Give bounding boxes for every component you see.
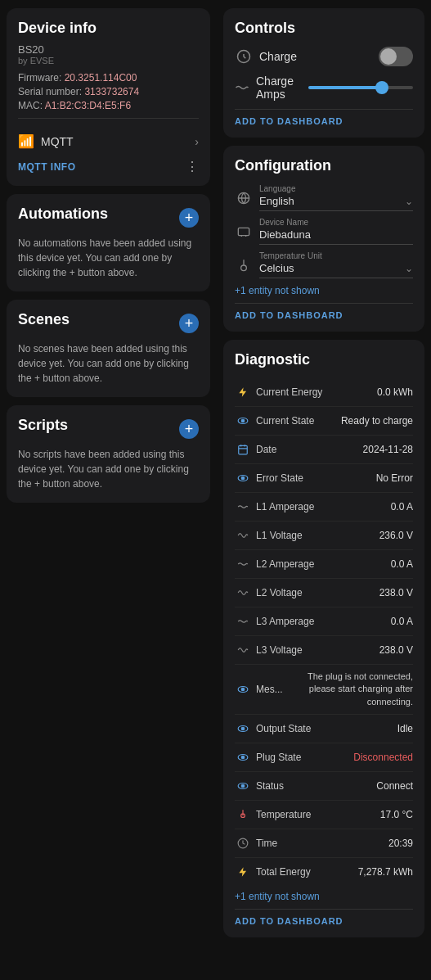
language-value: English xyxy=(259,195,294,207)
diagnostic-row: Current Energy0.0 kWh xyxy=(235,378,413,407)
charge-icon xyxy=(235,47,253,65)
diag-label: Error State xyxy=(256,472,371,484)
diag-value: 2024-11-28 xyxy=(363,444,413,455)
device-name-value: Diebaduna xyxy=(259,228,311,241)
serial-label: Serial number: xyxy=(18,86,82,97)
diagnostic-row: Error StateNo Error xyxy=(235,464,413,493)
device-by: by EVSE xyxy=(18,56,199,65)
therm-icon xyxy=(235,806,251,823)
diagnostic-row: L2 Amperage0.0 A xyxy=(235,550,413,579)
add-scene-button[interactable]: + xyxy=(179,314,199,333)
language-chevron-icon: ⌄ xyxy=(405,196,413,207)
mqtt-label-text: MQTT xyxy=(41,135,74,148)
charge-amps-left: Charge Amps xyxy=(235,75,308,101)
eye-icon xyxy=(235,778,251,794)
bolt-icon xyxy=(235,864,251,880)
wave2-icon xyxy=(235,585,251,601)
diag-value: 236.0 V xyxy=(379,530,413,541)
calendar-icon xyxy=(235,441,251,458)
automations-empty-text: No automations have been added using thi… xyxy=(18,236,199,280)
diagnostic-row: Output StateIdle xyxy=(235,715,413,743)
right-column: Controls Charge xyxy=(217,0,431,946)
wave2-icon xyxy=(235,527,251,544)
mac-label: MAC: xyxy=(18,100,43,111)
svg-point-13 xyxy=(241,756,245,759)
wave-icon xyxy=(235,556,251,572)
scripts-title: Scripts xyxy=(18,417,68,434)
diagnostic-title: Diagnostic xyxy=(235,351,413,368)
charge-toggle[interactable] xyxy=(379,47,413,66)
diag-value: Connect xyxy=(376,780,413,792)
diag-value: 7,278.7 kWh xyxy=(358,866,413,878)
wave2-icon xyxy=(235,642,251,658)
diag-value: 17.0 °C xyxy=(380,809,413,820)
device-name-field[interactable]: Device Name Diebaduna xyxy=(259,218,413,245)
eye-icon xyxy=(235,470,251,486)
diag-label: L2 Amperage xyxy=(256,558,386,570)
controls-add-dashboard-button[interactable]: ADD TO DASHBOARD xyxy=(235,116,413,126)
firmware-value: 20.3251.114C00 xyxy=(65,72,137,84)
diagnostic-row: Temperature17.0 °C xyxy=(235,801,413,829)
eye-icon xyxy=(235,413,251,429)
eye-icon xyxy=(235,681,251,698)
temp-unit-field[interactable]: Temperature Unit Celcius ⌄ xyxy=(259,251,413,278)
controls-divider xyxy=(235,109,413,110)
diag-label: Status xyxy=(256,780,371,792)
diagnostic-row: L1 Amperage0.0 A xyxy=(235,493,413,522)
device-model: BS20 xyxy=(18,43,199,56)
diag-label: L1 Voltage xyxy=(256,530,375,541)
diagnostic-row: Total Energy7,278.7 kWh xyxy=(235,858,413,886)
config-divider xyxy=(235,303,413,304)
diagnostic-divider xyxy=(235,909,413,910)
language-field[interactable]: Language English ⌄ xyxy=(259,184,413,211)
config-entity-not-shown[interactable]: +1 entity not shown xyxy=(235,285,413,296)
diag-value: The plug is not connected, please start … xyxy=(307,671,413,708)
svg-point-4 xyxy=(241,419,245,422)
diagnostic-row: L2 Voltage238.0 V xyxy=(235,579,413,607)
diag-value: Disconnected xyxy=(353,752,413,763)
bolt-icon xyxy=(235,384,251,400)
eye-icon xyxy=(235,749,251,765)
diag-value: 238.0 V xyxy=(379,587,413,598)
charge-label: Charge xyxy=(259,50,297,63)
diag-value: 20:39 xyxy=(388,838,413,849)
charge-amps-slider[interactable] xyxy=(308,86,413,89)
diagnostic-entity-not-shown[interactable]: +1 entity not shown xyxy=(235,891,413,902)
diagnostic-add-dashboard-button[interactable]: ADD TO DASHBOARD xyxy=(235,916,413,926)
scripts-empty-text: No scripts have been added using this de… xyxy=(18,447,199,491)
temp-unit-value: Celcius xyxy=(259,262,294,274)
wave-icon xyxy=(235,613,251,630)
diagnostic-row: L3 Voltage238.0 V xyxy=(235,636,413,665)
chevron-right-icon: › xyxy=(195,135,199,148)
svg-point-11 xyxy=(241,727,245,730)
config-add-dashboard-button[interactable]: ADD TO DASHBOARD xyxy=(235,310,413,320)
controls-card: Controls Charge xyxy=(223,8,424,138)
diagnostic-row: L3 Amperage0.0 A xyxy=(235,607,413,636)
charge-control-row: Charge xyxy=(235,47,413,66)
device-name-field-label: Device Name xyxy=(259,218,413,227)
diag-label: Plug State xyxy=(256,752,348,763)
automations-title: Automations xyxy=(18,205,108,223)
wave-icon xyxy=(235,499,251,515)
add-script-button[interactable]: + xyxy=(179,419,199,439)
serial-row: Serial number: 3133732674 xyxy=(18,86,199,97)
divider-mqtt xyxy=(18,118,199,119)
device-info-title: Device info xyxy=(18,20,199,37)
temp-unit-icon xyxy=(235,256,253,274)
mqtt-row[interactable]: 📶 MQTT › xyxy=(18,127,199,156)
device-name-icon xyxy=(235,223,253,241)
charge-amps-icon xyxy=(235,79,249,97)
diagnostic-row: L1 Voltage236.0 V xyxy=(235,522,413,550)
diag-label: L3 Voltage xyxy=(256,644,375,656)
diag-label: L3 Amperage xyxy=(256,616,386,627)
charge-amps-label: Charge Amps xyxy=(256,75,308,101)
temp-unit-field-label: Temperature Unit xyxy=(259,251,413,260)
dots-menu-icon[interactable]: ⋮ xyxy=(186,159,199,174)
slider-track xyxy=(308,86,413,89)
mac-row: MAC: A1:B2:C3:D4:E5:F6 xyxy=(18,100,199,111)
add-automation-button[interactable]: + xyxy=(179,208,199,228)
slider-thumb[interactable] xyxy=(375,81,388,94)
diagnostic-row: Date2024-11-28 xyxy=(235,436,413,464)
mqtt-info-button[interactable]: MQTT INFO xyxy=(18,161,76,173)
diag-label: Temperature xyxy=(256,809,375,820)
